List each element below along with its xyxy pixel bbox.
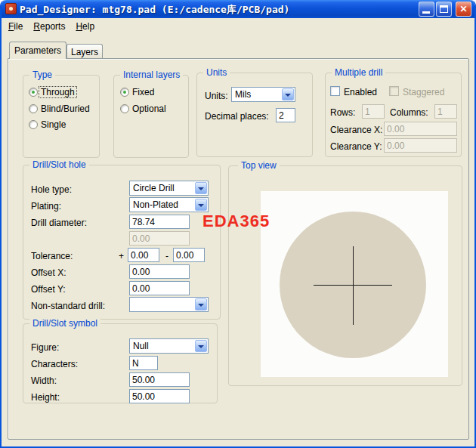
tab-parameters[interactable]: Parameters: [9, 42, 66, 59]
units-group: Units Units: Mils Decimal places:: [196, 73, 313, 157]
multiple-drill-group: Multiple drill Enabled Staggered Rows: C…: [325, 73, 462, 157]
offset-y-label: Offset Y:: [31, 284, 66, 295]
chevron-down-icon[interactable]: [195, 298, 207, 311]
characters-label: Characters:: [31, 359, 78, 369]
tab-layers[interactable]: Layers: [66, 44, 103, 59]
top-view-group: Top view: [228, 165, 462, 386]
window-icon[interactable]: [5, 3, 17, 14]
width-label: Width:: [31, 375, 57, 386]
chevron-down-icon[interactable]: [195, 199, 207, 211]
window-title: Pad_Designer: mtg78.pad (E:/cadence库/PCB…: [20, 3, 289, 17]
non-standard-drill-label: Non-standard drill:: [31, 301, 105, 311]
enabled-checkbox-label[interactable]: Enabled: [344, 87, 377, 97]
tolerance-plus-input[interactable]: [128, 248, 159, 262]
radio-blind-buried[interactable]: [29, 104, 38, 113]
units-combo-value: Mils: [235, 89, 251, 100]
type-group: Type Through Blind/Buried Single: [23, 75, 100, 158]
non-standard-drill-combo[interactable]: [129, 297, 209, 312]
close-icon: ✕: [459, 4, 467, 14]
minimize-icon: [422, 11, 430, 14]
tolerance-label: Tolerance:: [31, 251, 73, 261]
decimal-places-input[interactable]: [276, 108, 295, 122]
chevron-down-icon[interactable]: [195, 340, 207, 352]
internal-layers-group: Internal layers Fixed Optional: [113, 75, 189, 158]
width-input[interactable]: [129, 372, 190, 387]
type-group-title: Type: [29, 70, 55, 81]
radio-blind-buried-label[interactable]: Blind/Buried: [41, 104, 90, 114]
minimize-button[interactable]: [419, 2, 434, 17]
plating-combo[interactable]: Non-Plated: [129, 197, 209, 212]
pad-designer-window: Pad_Designer: mtg78.pad (E:/cadence库/PCB…: [0, 0, 476, 448]
drill-diameter-secondary-input: [129, 231, 190, 246]
drill-slot-hole-group: Drill/Slot hole Hole type: Circle Drill …: [23, 165, 221, 320]
clearance-y-input: [384, 138, 457, 153]
hole-type-combo-value: Circle Drill: [133, 183, 175, 193]
radio-optional[interactable]: [120, 104, 129, 113]
clearance-x-label: Clearance X:: [330, 125, 382, 135]
pad-preview: [261, 191, 448, 377]
offset-x-label: Offset X:: [31, 267, 66, 278]
drill-slot-symbol-group: Drill/Slot symbol Figure: Null Character…: [23, 323, 218, 403]
radio-single[interactable]: [29, 120, 38, 129]
radio-through-label[interactable]: Through: [39, 87, 76, 97]
hole-type-label: Hole type:: [31, 184, 72, 195]
plating-combo-value: Non-Plated: [133, 199, 178, 210]
units-group-title: Units: [203, 67, 230, 79]
top-view-group-title: Top view: [238, 160, 280, 171]
close-button[interactable]: ✕: [456, 2, 471, 17]
menu-reports[interactable]: Reports: [28, 20, 70, 33]
columns-label: Columns:: [390, 107, 428, 118]
menu-bar: File Reports Help: [2, 18, 474, 34]
offset-x-input[interactable]: [129, 264, 190, 279]
height-input[interactable]: [129, 389, 190, 403]
radio-fixed-label[interactable]: Fixed: [132, 87, 154, 97]
multiple-drill-group-title: Multiple drill: [332, 67, 385, 79]
menu-help[interactable]: Help: [70, 20, 100, 33]
figure-combo-value: Null: [133, 341, 149, 351]
drill-diameter-input[interactable]: [129, 215, 190, 229]
figure-combo[interactable]: Null: [129, 338, 209, 354]
clearance-x-input: [384, 122, 457, 136]
title-bar[interactable]: Pad_Designer: mtg78.pad (E:/cadence库/PCB…: [2, 0, 474, 18]
staggered-checkbox: [389, 86, 399, 96]
decimal-places-label: Decimal places:: [205, 111, 269, 122]
chevron-down-icon[interactable]: [282, 88, 294, 100]
height-label: Height:: [31, 392, 60, 403]
drill-slot-symbol-group-title: Drill/Slot symbol: [29, 318, 100, 329]
maximize-button[interactable]: [436, 2, 452, 17]
crosshair-horizontal: [314, 285, 392, 286]
tolerance-minus-sign: -: [165, 251, 168, 261]
rows-label: Rows:: [330, 107, 355, 118]
rows-input: [362, 104, 385, 119]
radio-optional-label[interactable]: Optional: [132, 104, 166, 114]
drill-slot-hole-group-title: Drill/Slot hole: [29, 159, 89, 171]
internal-layers-group-title: Internal layers: [120, 70, 183, 81]
maximize-icon: [440, 5, 448, 13]
staggered-checkbox-label: Staggered: [403, 87, 444, 97]
figure-label: Figure:: [31, 342, 59, 353]
crosshair-vertical: [353, 246, 354, 325]
enabled-checkbox[interactable]: [330, 86, 340, 96]
units-combo[interactable]: Mils: [231, 87, 295, 102]
radio-single-label[interactable]: Single: [41, 119, 66, 130]
radio-through[interactable]: [29, 88, 38, 97]
drill-diameter-label: Drill diameter:: [31, 218, 87, 228]
units-label: Units:: [205, 91, 228, 101]
chevron-down-icon[interactable]: [195, 182, 207, 194]
tolerance-plus-sign: +: [119, 251, 124, 261]
hole-type-combo[interactable]: Circle Drill: [129, 181, 209, 196]
offset-y-input[interactable]: [129, 281, 190, 295]
watermark-eda365: EDA365: [202, 212, 270, 231]
columns-input: [434, 104, 457, 119]
clearance-y-label: Clearance Y:: [330, 141, 382, 152]
menu-file[interactable]: File: [3, 20, 28, 33]
characters-input[interactable]: [129, 356, 158, 370]
tolerance-minus-input[interactable]: [173, 248, 205, 262]
radio-fixed[interactable]: [120, 88, 129, 97]
plating-label: Plating:: [31, 201, 61, 212]
